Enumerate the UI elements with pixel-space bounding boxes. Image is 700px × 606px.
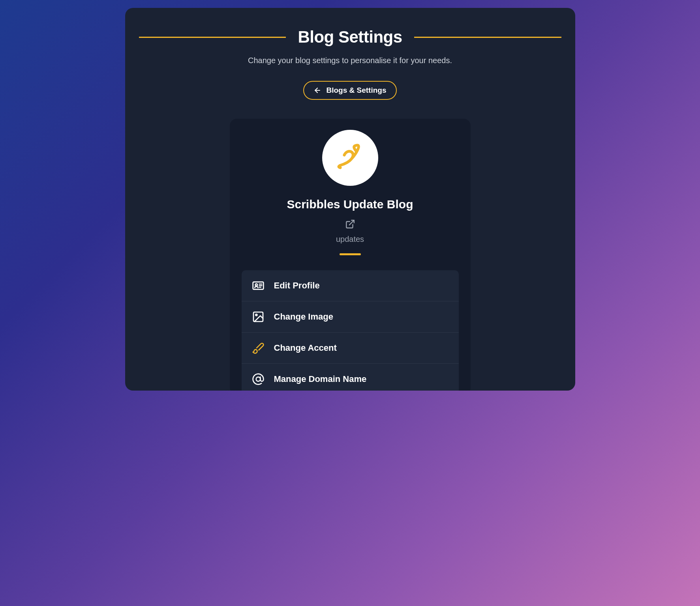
menu-label: Change Image: [274, 312, 333, 322]
header-line-right: [414, 37, 561, 38]
menu-item-change-image[interactable]: Change Image: [242, 301, 459, 333]
svg-point-3: [255, 284, 257, 286]
settings-container: Blog Settings Change your blog settings …: [125, 8, 575, 391]
page-subtitle: Change your blog settings to personalise…: [139, 56, 561, 65]
avatar: [322, 130, 378, 186]
settings-menu: Edit Profile Change Image: [242, 270, 459, 391]
menu-item-edit-profile[interactable]: Edit Profile: [242, 270, 459, 301]
arrow-left-icon: [313, 86, 321, 94]
external-link-icon[interactable]: [345, 219, 355, 231]
header-line-left: [139, 37, 286, 38]
menu-label: Edit Profile: [274, 281, 320, 291]
accent-underline: [340, 253, 361, 255]
svg-point-8: [255, 314, 257, 316]
image-icon: [252, 310, 265, 323]
blog-name: Scribbles Update Blog: [287, 198, 413, 211]
header-row: Blog Settings: [139, 28, 561, 47]
menu-item-change-accent[interactable]: Change Accent: [242, 333, 459, 364]
scribbles-logo-icon: [328, 136, 372, 180]
back-button-wrap: Blogs & Settings: [139, 81, 561, 100]
menu-label: Manage Domain Name: [274, 374, 367, 384]
blog-slug: updates: [336, 235, 364, 244]
back-button-label: Blogs & Settings: [326, 86, 386, 95]
page-title: Blog Settings: [298, 28, 402, 47]
blog-card: Scribbles Update Blog updates: [230, 119, 471, 391]
paintbrush-icon: [252, 342, 265, 354]
id-card-icon: [252, 279, 265, 292]
svg-line-1: [349, 220, 354, 225]
menu-item-manage-domain[interactable]: Manage Domain Name: [242, 364, 459, 391]
svg-point-9: [256, 377, 260, 382]
at-sign-icon: [252, 373, 265, 385]
back-button[interactable]: Blogs & Settings: [303, 81, 396, 100]
menu-label: Change Accent: [274, 343, 337, 353]
